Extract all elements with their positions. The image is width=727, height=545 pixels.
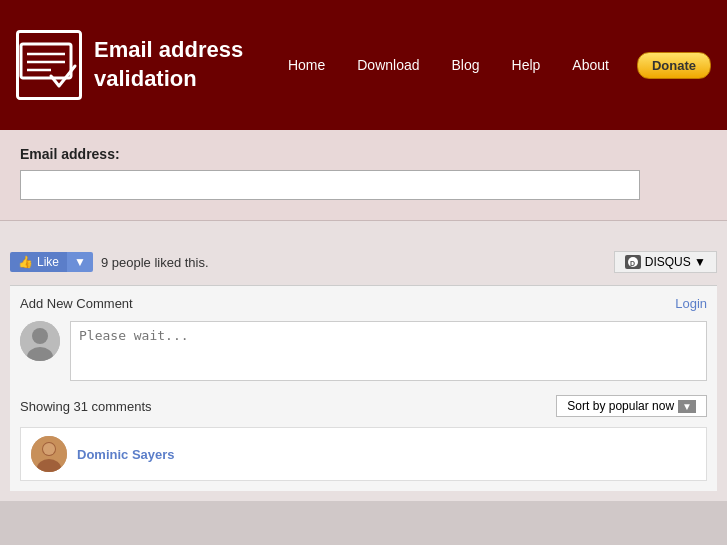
donate-button[interactable]: Donate bbox=[637, 52, 711, 79]
like-bar: 👍 Like ▼ 9 people liked this. D DISQUS ▼ bbox=[10, 251, 717, 273]
nav-home[interactable]: Home bbox=[272, 51, 341, 79]
content-area: 👍 Like ▼ 9 people liked this. D DISQUS ▼… bbox=[0, 221, 727, 501]
thumbs-up-icon: 👍 bbox=[18, 255, 33, 269]
site-title: Email address validation bbox=[94, 36, 272, 93]
logo-svg bbox=[19, 40, 79, 90]
like-text: 9 people liked this. bbox=[101, 255, 209, 270]
svg-point-7 bbox=[32, 328, 48, 344]
login-link[interactable]: Login bbox=[675, 296, 707, 311]
main-nav: Home Download Blog Help About Donate bbox=[272, 51, 711, 79]
header: Email address validation Home Download B… bbox=[0, 0, 727, 130]
sort-label: Sort by popular now bbox=[567, 399, 674, 413]
add-comment-label: Add New Comment bbox=[20, 296, 133, 311]
comment-textarea[interactable] bbox=[70, 321, 707, 381]
email-input[interactable] bbox=[20, 170, 640, 200]
disqus-button[interactable]: D DISQUS ▼ bbox=[614, 251, 717, 273]
comments-section: Add New Comment Login Showing 31 comment… bbox=[10, 285, 717, 491]
like-button[interactable]: 👍 Like bbox=[10, 252, 67, 272]
nav-blog[interactable]: Blog bbox=[436, 51, 496, 79]
email-label: Email address: bbox=[20, 146, 707, 162]
commenter-avatar bbox=[31, 436, 67, 472]
nav-help[interactable]: Help bbox=[496, 51, 557, 79]
like-label: Like bbox=[37, 255, 59, 269]
showing-comments-text: Showing 31 comments bbox=[20, 399, 152, 414]
comment-input-row bbox=[20, 321, 707, 381]
like-left: 👍 Like ▼ 9 people liked this. bbox=[10, 252, 209, 272]
sort-dropdown-icon: ▼ bbox=[678, 400, 696, 413]
like-count-button[interactable]: ▼ bbox=[67, 252, 93, 272]
nav-about[interactable]: About bbox=[556, 51, 625, 79]
email-section: Email address: bbox=[0, 130, 727, 221]
commenter-name[interactable]: Dominic Sayers bbox=[77, 447, 175, 462]
disqus-label: DISQUS ▼ bbox=[645, 255, 706, 269]
svg-point-12 bbox=[43, 443, 55, 455]
sort-button[interactable]: Sort by popular now ▼ bbox=[556, 395, 707, 417]
logo-area: Email address validation bbox=[16, 30, 272, 100]
showing-comments-row: Showing 31 comments Sort by popular now … bbox=[20, 395, 707, 417]
logo-icon bbox=[16, 30, 82, 100]
avatar-silhouette bbox=[20, 321, 60, 361]
current-user-avatar bbox=[20, 321, 60, 361]
commenter-avatar-image bbox=[31, 436, 67, 472]
disqus-icon: D bbox=[625, 255, 641, 269]
svg-text:D: D bbox=[630, 260, 635, 267]
first-comment-row: Dominic Sayers bbox=[20, 427, 707, 481]
nav-download[interactable]: Download bbox=[341, 51, 435, 79]
add-comment-header: Add New Comment Login bbox=[20, 296, 707, 311]
